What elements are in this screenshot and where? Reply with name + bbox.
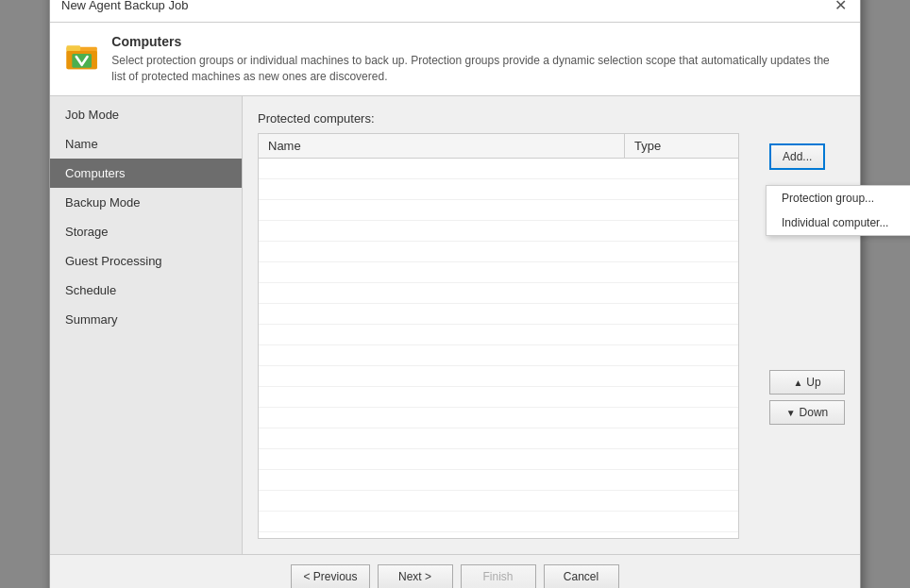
context-menu-individual-computer[interactable]: Individual computer... (767, 210, 910, 235)
up-down-section: ▲ Up ▼ Down (769, 370, 845, 425)
up-label: Up (806, 376, 820, 389)
add-button-wrapper: Add... Protection group... Individual co… (769, 143, 845, 170)
table-row (259, 283, 738, 304)
table-row (259, 345, 738, 366)
table-row (259, 200, 738, 221)
header-title: Computers (111, 34, 845, 49)
add-button[interactable]: Add... (769, 143, 825, 170)
sidebar-item-backup-mode[interactable]: Backup Mode (50, 188, 242, 217)
table-row (259, 221, 738, 242)
table-row (259, 304, 738, 325)
table-row (259, 428, 738, 449)
sidebar-item-computers[interactable]: Computers (50, 159, 242, 188)
table-row (259, 366, 738, 387)
next-button[interactable]: Next > (378, 564, 453, 588)
down-label: Down (800, 406, 829, 419)
table-header: Name Type (259, 134, 738, 159)
up-arrow-icon: ▲ (793, 378, 802, 388)
down-arrow-icon: ▼ (786, 408, 796, 418)
table-row (259, 470, 738, 491)
context-menu-protection-group[interactable]: Protection group... (767, 186, 910, 210)
sidebar-item-guest-processing[interactable]: Guest Processing (50, 246, 242, 276)
body: Job ModeNameComputersBackup ModeStorageG… (50, 96, 860, 554)
up-button[interactable]: ▲ Up (769, 370, 845, 395)
cancel-button[interactable]: Cancel (544, 564, 619, 588)
table-row (259, 387, 738, 408)
close-button[interactable]: ✕ (832, 0, 849, 14)
header-text: Computers Select protection groups or in… (111, 34, 845, 85)
sidebar-item-summary[interactable]: Summary (50, 305, 242, 334)
main-content: Protected computers: Name Type (243, 96, 860, 554)
table-row (259, 159, 738, 179)
table-row (259, 325, 738, 345)
table-row (259, 449, 738, 470)
table-row (259, 491, 738, 512)
table-row (259, 408, 738, 428)
table-row (259, 262, 738, 283)
column-name: Name (259, 134, 625, 158)
protected-computers-table: Name Type (258, 133, 739, 539)
sidebar-item-job-mode[interactable]: Job Mode (50, 100, 242, 129)
column-type: Type (625, 134, 738, 158)
previous-button[interactable]: < Previous (291, 564, 369, 588)
header-description: Select protection groups or individual m… (111, 53, 845, 85)
section-label: Protected computers: (258, 111, 845, 126)
table-row (259, 242, 738, 262)
svg-rect-2 (66, 45, 80, 51)
finish-button: Finish (461, 564, 536, 588)
dialog-title: New Agent Backup Job (61, 0, 188, 12)
header-section: Computers Select protection groups or in… (50, 23, 860, 97)
sidebar-item-name[interactable]: Name (50, 129, 242, 159)
table-row (259, 532, 738, 539)
sidebar-item-schedule[interactable]: Schedule (50, 276, 242, 305)
footer: < Previous Next > Finish Cancel (50, 554, 860, 588)
table-row (259, 512, 738, 532)
veeam-logo-icon (65, 34, 98, 79)
table-row (259, 179, 738, 200)
down-button[interactable]: ▼ Down (769, 400, 845, 425)
dialog: New Agent Backup Job ✕ Computers Select … (49, 0, 861, 588)
sidebar-item-storage[interactable]: Storage (50, 217, 242, 246)
context-menu: Protection group... Individual computer.… (766, 185, 910, 236)
title-bar: New Agent Backup Job ✕ (50, 0, 860, 23)
side-buttons: Add... Protection group... Individual co… (769, 143, 845, 170)
sidebar: Job ModeNameComputersBackup ModeStorageG… (50, 96, 243, 554)
